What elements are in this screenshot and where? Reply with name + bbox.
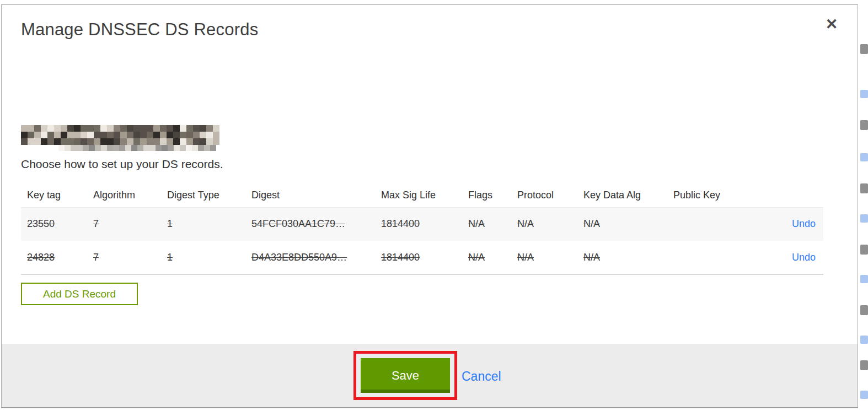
col-header-actions	[750, 184, 823, 207]
add-ds-record-button[interactable]: Add DS Record	[21, 283, 138, 305]
page: Manage DNSSEC DS Records ✕ Choose how to…	[0, 0, 868, 411]
cell-key-tag: 24828	[21, 241, 87, 274]
cell-flags: N/A	[462, 207, 511, 241]
col-header-protocol: Protocol	[511, 184, 577, 207]
cell-actions: Undo	[750, 241, 823, 274]
cell-algorithm: 7	[87, 241, 161, 274]
cell-digest: D4A33E8DD550A9…	[245, 241, 375, 274]
col-header-max-sig-life: Max Sig Life	[375, 184, 462, 207]
cell-protocol: N/A	[511, 241, 577, 274]
undo-link[interactable]: Undo	[792, 252, 816, 263]
col-header-flags: Flags	[462, 184, 511, 207]
cell-digest-type: 1	[161, 241, 245, 274]
background-link-fragment	[860, 153, 868, 161]
cell-max-sig-life: 1814400	[375, 207, 462, 241]
background-text-fragment	[860, 44, 868, 54]
table-row: 23550 7 1 54FCF030AA1C79… 1814400 N/A N/…	[21, 207, 823, 241]
cell-key-data-alg: N/A	[577, 241, 667, 274]
instruction-text: Choose how to set up your DS records.	[21, 158, 223, 171]
save-button[interactable]: Save	[361, 358, 450, 393]
cell-public-key	[667, 241, 750, 274]
cell-algorithm: 7	[87, 207, 161, 241]
background-link-fragment	[860, 391, 868, 399]
table-header-row: Key tag Algorithm Digest Type Digest Max…	[21, 184, 823, 207]
cell-actions: Undo	[750, 207, 823, 241]
background-text-fragment	[860, 183, 868, 193]
col-header-algorithm: Algorithm	[87, 184, 161, 207]
background-text-fragment	[860, 120, 868, 130]
background-link-fragment	[860, 214, 868, 223]
dialog-title: Manage DNSSEC DS Records	[21, 20, 258, 40]
manage-dnssec-dialog: Manage DNSSEC DS Records ✕ Choose how to…	[1, 4, 858, 408]
background-link-fragment	[860, 336, 868, 344]
redacted-domain-name-underline	[58, 145, 219, 151]
col-header-key-data-alg: Key Data Alg	[577, 184, 667, 207]
cell-key-tag: 23550	[21, 207, 87, 241]
cell-public-key	[667, 207, 750, 241]
background-link-fragment	[860, 275, 868, 283]
col-header-digest-type: Digest Type	[161, 184, 245, 207]
cell-flags: N/A	[462, 241, 511, 274]
cell-key-data-alg: N/A	[577, 207, 667, 241]
background-text-fragment	[860, 305, 868, 315]
background-link-fragment	[860, 90, 868, 98]
cell-digest: 54FCF030AA1C79…	[245, 207, 375, 241]
col-header-digest: Digest	[245, 184, 375, 207]
background-text-fragment	[860, 360, 868, 370]
col-header-key-tag: Key tag	[21, 184, 87, 207]
col-header-public-key: Public Key	[667, 184, 750, 207]
cell-digest-type: 1	[161, 207, 245, 241]
cell-protocol: N/A	[511, 207, 577, 241]
dialog-footer: Save Cancel	[2, 344, 858, 407]
ds-records-table: Key tag Algorithm Digest Type Digest Max…	[21, 184, 823, 275]
background-text-fragment	[860, 245, 868, 255]
redacted-domain-name	[21, 125, 219, 145]
save-highlight-annotation: Save	[353, 351, 457, 400]
close-icon[interactable]: ✕	[822, 15, 841, 34]
cancel-link[interactable]: Cancel	[462, 369, 501, 384]
table-row: 24828 7 1 D4A33E8DD550A9… 1814400 N/A N/…	[21, 241, 823, 274]
cell-max-sig-life: 1814400	[375, 241, 462, 274]
undo-link[interactable]: Undo	[792, 218, 816, 229]
